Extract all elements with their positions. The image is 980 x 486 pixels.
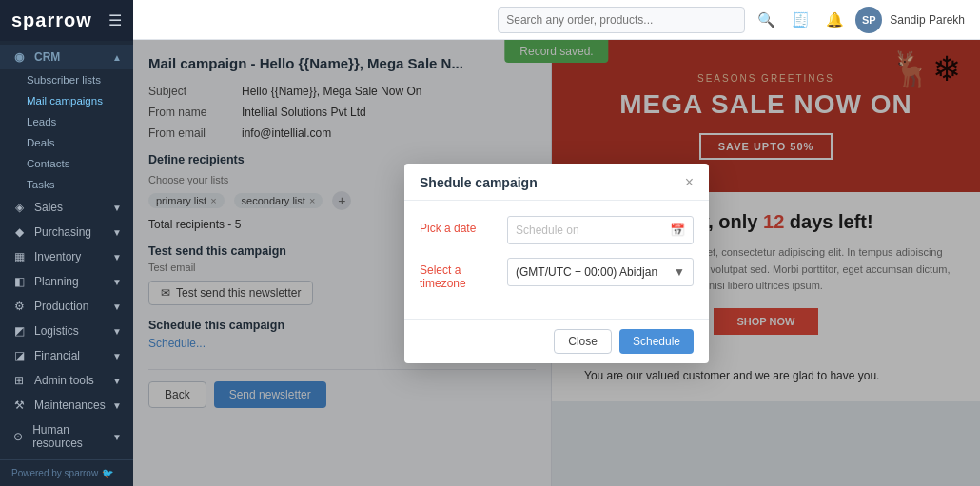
sidebar-item-leads[interactable]: Leads	[0, 111, 133, 132]
sales-label: Sales	[34, 201, 63, 214]
search-input[interactable]	[498, 7, 745, 33]
sidebar-item-admin-tools[interactable]: ⊞ Admin tools ▼	[0, 368, 133, 393]
chevron-down-icon: ▼	[112, 432, 122, 442]
modal-header: Shedule campaign ×	[404, 164, 709, 201]
app-logo: sparrow	[11, 10, 92, 31]
crm-icon: ◉	[11, 50, 27, 64]
modal-close-button[interactable]: Close	[554, 329, 612, 354]
modal-overlay[interactable]: Shedule campaign × Pick a date Schedule …	[133, 40, 980, 486]
admin-label: Admin tools	[34, 374, 94, 387]
chevron-down-icon: ▼	[112, 351, 122, 361]
purchasing-label: Purchasing	[34, 225, 91, 239]
bell-icon[interactable]: 🔔	[821, 7, 848, 33]
main-content: 🔍 🧾 🔔 SP Sandip Parekh Record saved. Mai…	[133, 0, 980, 486]
sidebar-nav: ◉ CRM ▲ Subscriber lists Mail campaigns …	[0, 41, 133, 459]
sidebar-item-subscriber-lists[interactable]: Subscriber lists	[0, 69, 133, 90]
planning-icon: ◧	[11, 275, 27, 288]
chevron-down-icon: ▼	[112, 277, 122, 287]
purchasing-icon: ◆	[11, 225, 27, 239]
maintenances-icon: ⚒	[11, 399, 27, 412]
timezone-select[interactable]: (GMT/UTC + 00:00) Abidjan ▼	[507, 258, 694, 286]
sales-icon: ◈	[11, 201, 27, 214]
modal-schedule-button[interactable]: Schedule	[619, 329, 694, 354]
search-icon[interactable]: 🔍	[753, 7, 779, 33]
sidebar-item-human-resources[interactable]: ⊙ Human resources ▼	[0, 418, 133, 456]
sidebar-item-deals[interactable]: Deals	[0, 132, 133, 153]
sidebar-item-tasks[interactable]: Tasks	[0, 174, 133, 195]
footer-text: Powered by sparrow	[11, 468, 98, 478]
crm-label: CRM	[34, 50, 60, 64]
timezone-row: Select a timezone (GMT/UTC + 00:00) Abid…	[420, 258, 694, 290]
planning-label: Planning	[34, 275, 79, 288]
modal-body: Pick a date Schedule on 📅 Select a timez…	[404, 201, 709, 319]
menu-icon[interactable]: ☰	[108, 11, 122, 29]
sidebar-footer: Powered by sparrow 🐦	[0, 459, 133, 486]
logistics-icon: ◩	[11, 324, 27, 338]
timezone-select-wrap: (GMT/UTC + 00:00) Abidjan ▼	[507, 258, 694, 286]
sidebar-item-logistics[interactable]: ◩ Logistics ▼	[0, 319, 133, 343]
schedule-on-placeholder: Schedule on	[516, 224, 579, 237]
modal-title: Shedule campaign	[420, 175, 538, 190]
sidebar-item-purchasing[interactable]: ◆ Purchasing ▼	[0, 220, 133, 244]
footer-bird-icon: 🐦	[102, 468, 113, 478]
username-label: Sandip Parekh	[890, 13, 965, 27]
modal-close-icon[interactable]: ×	[685, 175, 694, 190]
logistics-label: Logistics	[34, 324, 79, 338]
sidebar-item-mail-campaigns[interactable]: Mail campaigns	[0, 90, 133, 111]
chevron-down-icon: ▼	[112, 326, 122, 337]
sidebar-item-sales[interactable]: ◈ Sales ▼	[0, 195, 133, 220]
inventory-icon: ▦	[11, 250, 27, 263]
receipt-icon[interactable]: 🧾	[787, 7, 813, 33]
chevron-down-icon: ▼	[112, 376, 122, 386]
timezone-value: (GMT/UTC + 00:00) Abidjan	[516, 265, 657, 279]
schedule-modal: Shedule campaign × Pick a date Schedule …	[404, 164, 709, 363]
chevron-up-icon: ▲	[112, 52, 122, 63]
chevron-down-icon: ▼	[112, 252, 122, 262]
timezone-label: Select a timezone	[420, 258, 496, 290]
sidebar-item-crm[interactable]: ◉ CRM ▲	[0, 45, 133, 69]
financial-label: Financial	[34, 349, 80, 362]
chevron-down-icon: ▼	[112, 227, 122, 238]
sidebar: sparrow ☰ ◉ CRM ▲ Subscriber lists Mail …	[0, 0, 133, 486]
calendar-icon: 📅	[670, 223, 685, 237]
schedule-on-input-wrap: Schedule on 📅	[507, 216, 694, 244]
chevron-down-icon: ▼	[112, 301, 122, 312]
production-icon: ⚙	[11, 300, 27, 313]
hr-label: Human resources	[32, 423, 112, 450]
sidebar-item-maintenances[interactable]: ⚒ Maintenances ▼	[0, 393, 133, 418]
modal-footer: Close Schedule	[404, 319, 709, 363]
avatar[interactable]: SP	[855, 7, 882, 33]
sidebar-item-production[interactable]: ⚙ Production ▼	[0, 294, 133, 319]
hr-icon: ⊙	[11, 430, 25, 443]
production-label: Production	[34, 300, 88, 313]
admin-icon: ⊞	[11, 374, 27, 387]
dropdown-arrow-icon: ▼	[674, 265, 685, 279]
financial-icon: ◪	[11, 349, 27, 362]
topbar: 🔍 🧾 🔔 SP Sandip Parekh	[133, 0, 980, 40]
inventory-label: Inventory	[34, 250, 81, 263]
sidebar-header: sparrow ☰	[0, 0, 133, 41]
pick-date-label: Pick a date	[420, 216, 496, 235]
sidebar-item-inventory[interactable]: ▦ Inventory ▼	[0, 244, 133, 269]
page-area: Record saved. Mail campaign - Hello {{Na…	[133, 40, 980, 486]
sidebar-item-financial[interactable]: ◪ Financial ▼	[0, 343, 133, 368]
maintenances-label: Maintenances	[34, 399, 106, 412]
pick-date-row: Pick a date Schedule on 📅	[420, 216, 694, 244]
sidebar-item-contacts[interactable]: Contacts	[0, 153, 133, 174]
chevron-down-icon: ▼	[112, 203, 122, 213]
schedule-on-input[interactable]: Schedule on 📅	[507, 216, 694, 244]
sidebar-item-planning[interactable]: ◧ Planning ▼	[0, 269, 133, 294]
chevron-down-icon: ▼	[112, 400, 122, 411]
